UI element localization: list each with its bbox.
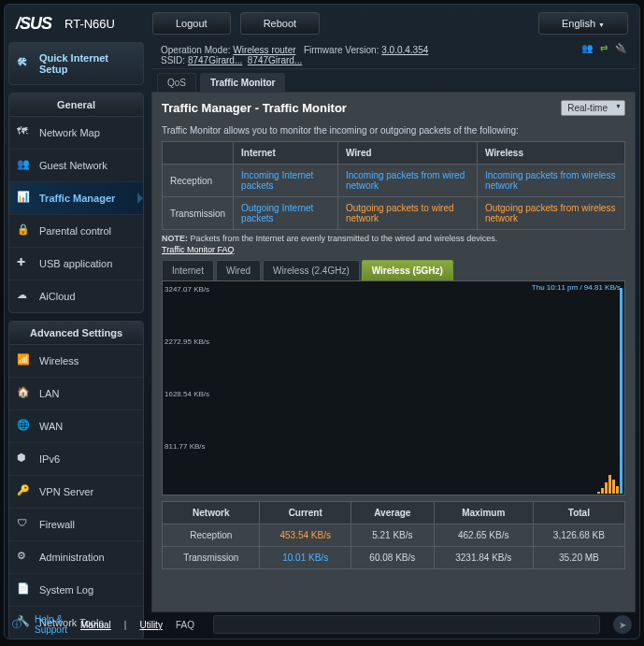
manual-link[interactable]: Manual — [80, 620, 111, 630]
vpn-icon: 🔑 — [17, 484, 32, 499]
nav-guest-network[interactable]: 👥Guest Network — [9, 150, 143, 182]
nav-lan[interactable]: 🏠LAN — [9, 378, 143, 410]
link-incoming-wireless[interactable]: Incoming packets from wireless network — [485, 170, 616, 191]
chart-bars — [597, 288, 623, 494]
table-row-transmission: Transmission Outgoing Internet packets O… — [163, 197, 625, 230]
nav-parental-control[interactable]: 🔒Parental control — [9, 215, 143, 248]
section-header-advanced: Advanced Settings — [9, 322, 143, 345]
interface-tabs: Internet Wired Wireless (2.4GHz) Wireles… — [162, 260, 625, 281]
stats-row-transmission: Transmission 10.01 KB/s 60.08 KB/s 3231.… — [163, 547, 625, 569]
tab-traffic-monitor[interactable]: Traffic Monitor — [200, 73, 285, 92]
link-icon[interactable]: ⇄ — [600, 43, 608, 53]
lock-icon: 🔒 — [17, 223, 32, 238]
advanced-section: Advanced Settings 📶Wireless 🏠LAN 🌐WAN ⬢I… — [8, 321, 144, 639]
lan-icon: 🏠 — [17, 386, 32, 401]
stats-table: Network Current Average Maximum Total Re… — [162, 501, 625, 569]
top-bar: /SUS RT-N66U Logout Reboot English ▼ — [8, 8, 636, 38]
nav-firewall[interactable]: 🛡Firewall — [9, 509, 143, 541]
utility-link[interactable]: Utility — [139, 620, 162, 630]
sidebar: 🛠 Quick Internet Setup General 🗺Network … — [8, 42, 144, 612]
ytick: 3247.07 KB/s — [165, 285, 209, 294]
wizard-icon: 🛠 — [17, 56, 32, 71]
quick-internet-setup[interactable]: 🛠 Quick Internet Setup — [8, 42, 144, 85]
ssid1-link[interactable]: 8747Girard... — [188, 55, 242, 65]
page-title: Traffic Manager - Traffic Monitor — [162, 101, 347, 115]
mode-select[interactable]: Real-time — [561, 100, 625, 116]
description: Traffic Monitor allows you to monitor th… — [162, 125, 625, 136]
op-mode-link[interactable]: Wireless router — [233, 45, 295, 55]
search-input[interactable] — [213, 615, 600, 634]
nav-traffic-manager[interactable]: 📊Traffic Manager — [9, 182, 143, 215]
tab2-internet[interactable]: Internet — [162, 260, 214, 281]
link-incoming-internet[interactable]: Incoming Internet packets — [241, 170, 313, 191]
traffic-icon: 📊 — [17, 191, 32, 206]
network-map-icon: 🗺 — [17, 125, 32, 140]
table-row-reception: Reception Incoming Internet packets Inco… — [163, 165, 625, 197]
ytick: 1628.54 KB/s — [165, 390, 209, 398]
tab2-wireless-5[interactable]: Wireless (5GHz) — [362, 260, 453, 281]
usb-icon: ✚ — [17, 256, 32, 271]
info-bar: 👥 ⇄ 🔌 Operation Mode: Wireless router Fi… — [151, 42, 636, 69]
guest-icon: 👥 — [17, 158, 32, 173]
traffic-chart[interactable]: Thu 10:11 pm / 94.81 KB/s 3247.07 KB/s 2… — [162, 280, 625, 495]
tab2-wired[interactable]: Wired — [216, 260, 261, 281]
firewall-icon: 🛡 — [17, 517, 32, 532]
wifi-icon: 📶 — [17, 353, 32, 368]
link-outgoing-internet[interactable]: Outgoing Internet packets — [241, 203, 313, 223]
help-icon: ⓘ — [12, 618, 21, 631]
wan-icon: 🌐 — [17, 419, 32, 434]
ssid2-link[interactable]: 8747Girard... — [248, 55, 302, 65]
reboot-button[interactable]: Reboot — [240, 12, 320, 35]
users-icon[interactable]: 👥 — [581, 43, 593, 53]
nav-wan[interactable]: 🌐WAN — [9, 410, 143, 443]
content-panel: Traffic Manager - Traffic Monitor Real-t… — [151, 92, 636, 612]
logout-button[interactable]: Logout — [152, 12, 231, 35]
nav-administration[interactable]: ⚙Administration — [9, 541, 143, 574]
nav-vpn-server[interactable]: 🔑VPN Server — [9, 476, 143, 509]
status-icons: 👥 ⇄ 🔌 — [581, 43, 626, 53]
general-section: General 🗺Network Map 👥Guest Network 📊Tra… — [8, 93, 144, 313]
usb-status-icon[interactable]: 🔌 — [615, 43, 626, 53]
nav-ipv6[interactable]: ⬢IPv6 — [9, 443, 143, 476]
nav-usb-application[interactable]: ✚USB application — [9, 248, 143, 280]
tab2-wireless-24[interactable]: Wireless (2.4GHz) — [263, 260, 360, 281]
main-area: 👥 ⇄ 🔌 Operation Mode: Wireless router Fi… — [151, 42, 636, 612]
link-incoming-wired[interactable]: Incoming packets from wired network — [346, 170, 465, 191]
nav-wireless[interactable]: 📶Wireless — [9, 345, 143, 378]
section-header-general: General — [9, 93, 143, 117]
cloud-icon: ☁ — [17, 289, 32, 304]
packets-table: InternetWiredWireless Reception Incoming… — [162, 141, 625, 230]
brand-logo: /SUS — [16, 14, 51, 34]
model-label: RT-N66U — [64, 17, 115, 31]
admin-icon: ⚙ — [17, 550, 32, 565]
language-select[interactable]: English ▼ — [538, 12, 628, 35]
tab-qos[interactable]: QoS — [157, 73, 196, 92]
traffic-monitor-faq-link[interactable]: Traffic Monitor FAQ — [162, 245, 625, 254]
ytick: 2272.95 KB/s — [165, 337, 209, 346]
nav-network-map[interactable]: 🗺Network Map — [9, 117, 143, 150]
nav-system-log[interactable]: 📄System Log — [9, 574, 143, 607]
stats-row-reception: Reception 453.54 KB/s 5.21 KB/s 462.65 K… — [163, 524, 625, 547]
footer: ⓘ Help &Support Manual | Utility FAQ ➤ — [12, 614, 632, 635]
faq-label: FAQ — [176, 620, 194, 630]
ytick: 811.77 KB/s — [165, 442, 206, 451]
note-text: NOTE: NOTE: Packets from the Internet ar… — [162, 234, 625, 243]
help-support-label: Help &Support — [35, 614, 67, 635]
firmware-link[interactable]: 3.0.0.4.354 — [381, 45, 428, 55]
link-outgoing-wireless[interactable]: Outgoing packets from wireless network — [485, 203, 616, 223]
log-icon: 📄 — [17, 582, 32, 597]
link-outgoing-wired[interactable]: Outgoing packets to wired network — [346, 203, 454, 223]
ipv6-icon: ⬢ — [17, 452, 32, 467]
sub-tabs: QoS Traffic Monitor — [157, 73, 636, 92]
search-go-button[interactable]: ➤ — [613, 615, 632, 634]
nav-aicloud[interactable]: ☁AiCloud — [9, 280, 143, 312]
